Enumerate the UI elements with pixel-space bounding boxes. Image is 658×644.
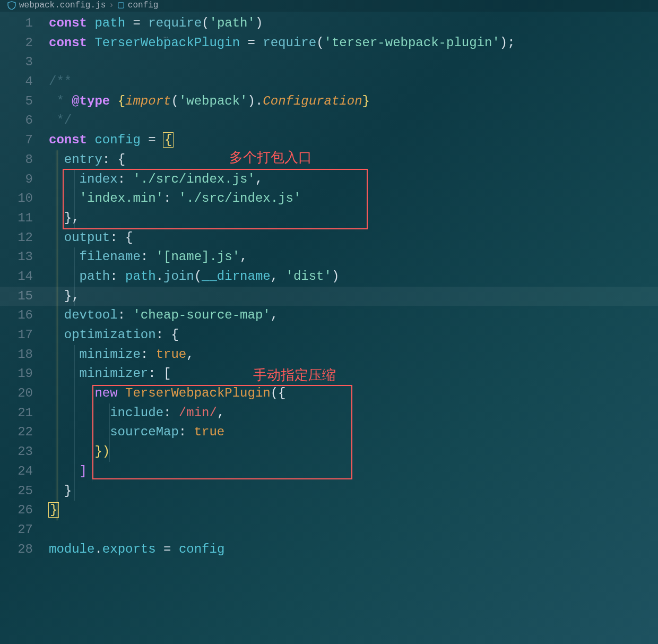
code-line[interactable]: new TerserWebpackPlugin({ <box>49 384 286 403</box>
line-number: 27 <box>0 520 49 540</box>
line-number: 4 <box>0 72 49 92</box>
line-number: 6 <box>0 111 49 131</box>
breadcrumb-file[interactable]: webpack.config.js <box>19 1 106 10</box>
line-number: 10 <box>0 189 49 209</box>
line-number: 28 <box>0 540 49 560</box>
breadcrumb-separator: › <box>109 1 114 10</box>
line-number: 3 <box>0 53 49 72</box>
line-number: 2 <box>0 33 49 53</box>
code-line[interactable]: }, <box>49 209 80 228</box>
line-number: 26 <box>0 501 49 520</box>
line-number: 21 <box>0 403 49 423</box>
code-line[interactable]: * @type {import('webpack').Configuration… <box>49 92 370 111</box>
line-number: 8 <box>0 150 49 170</box>
code-line[interactable]: minimize: true, <box>49 345 194 365</box>
line-number: 15 <box>0 287 49 306</box>
line-number: 14 <box>0 267 49 287</box>
line-number: 12 <box>0 228 49 248</box>
line-number: 7 <box>0 131 49 150</box>
breadcrumb[interactable]: webpack.config.js › config <box>0 0 658 12</box>
line-number: 5 <box>0 92 49 111</box>
code-line[interactable]: const TerserWebpackPlugin = require('ter… <box>49 33 515 53</box>
svg-rect-0 <box>118 3 124 8</box>
line-number: 17 <box>0 325 49 345</box>
code-line[interactable]: minimizer: [ <box>49 364 171 384</box>
code-line[interactable]: index: './src/index.js', <box>49 170 263 190</box>
code-line[interactable]: module.exports = config <box>49 540 224 560</box>
line-number: 16 <box>0 306 49 325</box>
code-line[interactable]: /** <box>49 72 72 92</box>
code-line[interactable]: optimization: { <box>49 325 179 345</box>
code-line[interactable]: 'index.min': './src/index.js' <box>49 189 301 209</box>
line-number: 13 <box>0 247 49 267</box>
code-line[interactable]: ] <box>49 462 87 482</box>
line-number: 19 <box>0 364 49 384</box>
code-line[interactable]: path: path.join(__dirname, 'dist') <box>49 267 339 287</box>
code-editor[interactable]: 多个打包入口 手动指定压缩 … 1 const path = require('… <box>0 12 658 559</box>
line-number: 9 <box>0 170 49 190</box>
line-number: 25 <box>0 482 49 501</box>
code-line[interactable]: const path = require('path') <box>49 14 263 33</box>
symbol-icon <box>117 2 125 9</box>
file-icon <box>7 1 16 10</box>
code-line[interactable]: */ <box>49 111 72 131</box>
code-line[interactable]: output: { <box>49 228 133 248</box>
code-line[interactable]: filename: '[name].js', <box>49 247 247 267</box>
code-line[interactable]: include: /min/, <box>49 403 224 423</box>
code-line[interactable]: devtool: 'cheap-source-map', <box>49 306 278 325</box>
line-number: 20 <box>0 384 49 403</box>
code-line[interactable]: }, <box>49 287 80 306</box>
code-line[interactable]: }) <box>49 442 110 462</box>
line-number: 1 <box>0 14 49 33</box>
code-line[interactable]: const config = { <box>49 131 173 150</box>
code-line[interactable]: entry: { <box>49 150 125 170</box>
line-number: 18 <box>0 345 49 365</box>
code-line[interactable]: } <box>49 501 58 520</box>
breadcrumb-symbol[interactable]: config <box>128 1 159 10</box>
code-line[interactable]: } <box>49 482 72 501</box>
code-line[interactable]: sourceMap: true <box>49 423 224 442</box>
line-number: 23 <box>0 442 49 462</box>
line-number: 22 <box>0 423 49 442</box>
line-number: 24 <box>0 462 49 482</box>
line-number: 11 <box>0 209 49 228</box>
